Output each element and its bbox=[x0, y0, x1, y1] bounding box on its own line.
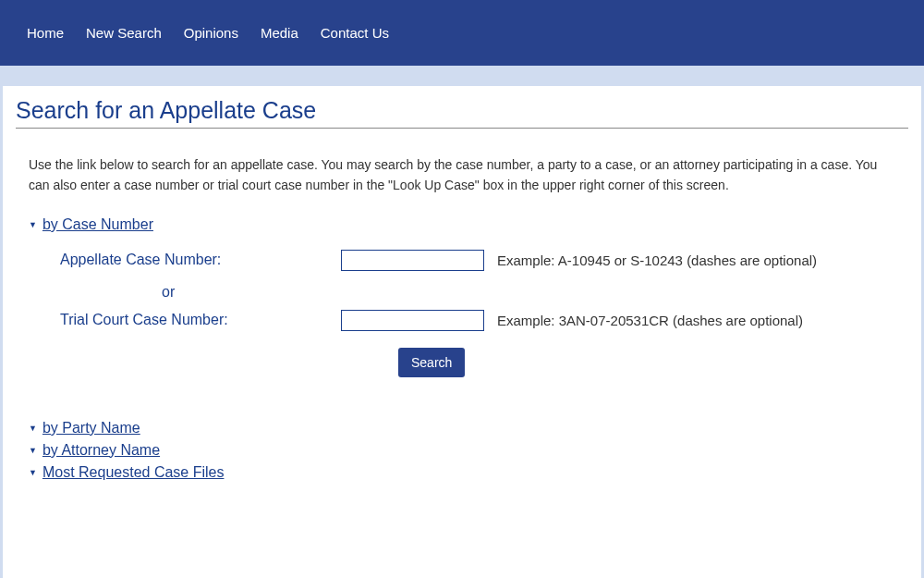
accordion-party-name-label: by Party Name bbox=[43, 420, 140, 437]
appellate-example: Example: A-10945 or S-10243 (dashes are … bbox=[497, 252, 817, 268]
accordion-party-name-header[interactable]: ▼ by Party Name bbox=[29, 420, 908, 437]
triangle-down-icon: ▼ bbox=[29, 446, 37, 455]
appellate-row: Appellate Case Number: Example: A-10945 … bbox=[55, 250, 908, 271]
intro-text: Use the link below to search for an appe… bbox=[16, 154, 908, 196]
sub-header-band bbox=[0, 66, 924, 86]
nav-home[interactable]: Home bbox=[16, 25, 75, 41]
accordion-most-requested-header[interactable]: ▼ Most Requested Case Files bbox=[29, 464, 908, 481]
section-party-name: ▼ by Party Name bbox=[29, 420, 908, 437]
main-content: Search for an Appellate Case Use the lin… bbox=[3, 86, 921, 578]
search-button-row: Search bbox=[55, 348, 908, 377]
nav-opinions[interactable]: Opinions bbox=[173, 25, 249, 41]
page-title: Search for an Appellate Case bbox=[16, 97, 908, 129]
triangle-down-icon: ▼ bbox=[29, 468, 37, 477]
triangle-down-icon: ▼ bbox=[29, 424, 37, 433]
section-case-number: ▼ by Case Number Appellate Case Number: … bbox=[29, 216, 908, 377]
accordion-most-requested-label: Most Requested Case Files bbox=[43, 464, 225, 481]
trial-row: Trial Court Case Number: Example: 3AN-07… bbox=[55, 310, 908, 331]
or-label: or bbox=[55, 284, 908, 301]
accordion-case-number-label: by Case Number bbox=[43, 216, 153, 233]
appellate-label: Appellate Case Number: bbox=[55, 252, 341, 268]
trial-example: Example: 3AN-07-20531CR (dashes are opti… bbox=[497, 313, 803, 328]
trial-label: Trial Court Case Number: bbox=[55, 312, 341, 328]
nav-contact-us[interactable]: Contact Us bbox=[310, 25, 400, 41]
triangle-down-icon: ▼ bbox=[29, 220, 37, 229]
section-attorney-name: ▼ by Attorney Name bbox=[29, 442, 908, 459]
case-number-form: Appellate Case Number: Example: A-10945 … bbox=[55, 250, 908, 377]
appellate-case-number-input[interactable] bbox=[341, 250, 484, 271]
other-sections: ▼ by Party Name ▼ by Attorney Name ▼ Mos… bbox=[16, 420, 908, 481]
accordion-attorney-name-header[interactable]: ▼ by Attorney Name bbox=[29, 442, 908, 459]
nav-new-search[interactable]: New Search bbox=[75, 25, 173, 41]
accordion-case-number-header[interactable]: ▼ by Case Number bbox=[29, 216, 908, 233]
trial-court-case-number-input[interactable] bbox=[341, 310, 484, 331]
nav-media[interactable]: Media bbox=[249, 25, 310, 41]
accordion-attorney-name-label: by Attorney Name bbox=[43, 442, 160, 459]
search-button[interactable]: Search bbox=[398, 348, 465, 377]
section-most-requested: ▼ Most Requested Case Files bbox=[29, 464, 908, 481]
main-navbar: Home New Search Opinions Media Contact U… bbox=[0, 0, 924, 66]
